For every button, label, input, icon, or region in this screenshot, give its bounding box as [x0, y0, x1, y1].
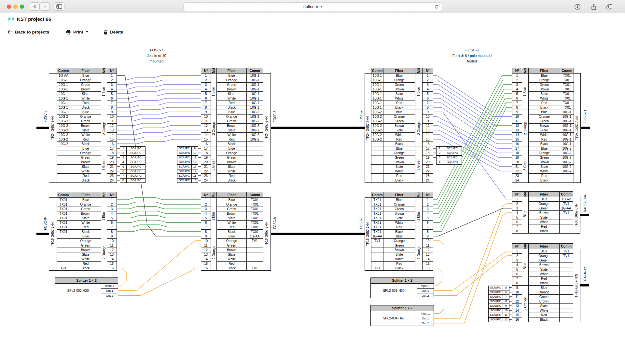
num-cell: 14: [107, 257, 117, 262]
back-to-projects-button[interactable]: Back to projects: [7, 28, 49, 36]
comm-cell: 10G-1: [371, 101, 383, 105]
num-cell: 14: [201, 132, 211, 137]
connector-box: SC/UPC: [488, 304, 503, 308]
num-cell: 1: [512, 249, 522, 254]
close-window-button[interactable]: [7, 5, 11, 9]
num-cell: 12: [201, 248, 211, 252]
comm-cell: [246, 142, 263, 146]
comm-cell: [246, 151, 263, 155]
closure-label: FOSC-04: [44, 216, 47, 230]
fiber-cell: Green: [70, 207, 101, 211]
zoom-window-button[interactable]: [20, 5, 24, 9]
num-cell: 22: [422, 169, 433, 174]
fiber-cell: Green: [383, 243, 415, 248]
url-field[interactable]: splice.me: [183, 2, 442, 11]
connector-box: SC/UPC: [126, 146, 146, 151]
num-cell: 19: [422, 155, 433, 160]
module-cell: 1 Blue: [415, 197, 423, 234]
comm-cell: TX01: [57, 229, 70, 234]
connector-number: 8: [120, 178, 127, 183]
fiber-cell: White: [216, 257, 247, 262]
connector-number: 1: [120, 146, 127, 151]
comm-cell: 1G-AA: [57, 73, 70, 78]
num-cell: 19: [201, 155, 211, 160]
column-header-comm: Comm: [559, 243, 573, 249]
comm-cell: 10G-2: [246, 110, 263, 115]
fiber-cell: Green: [216, 82, 247, 87]
num-cell: 4: [512, 210, 522, 215]
fiber-cell: Brown: [528, 160, 560, 165]
comm-cell: 10G-2: [57, 114, 70, 119]
comm-cell: 10G-1: [371, 105, 383, 110]
back-icon: [33, 4, 36, 9]
comm-cell: [57, 252, 70, 257]
downloads-button[interactable]: [574, 3, 581, 11]
num-cell: 5: [512, 267, 522, 272]
comm-cell: [559, 290, 573, 295]
comm-cell: TX01: [57, 211, 70, 216]
fiber-cell: Green: [528, 155, 560, 160]
num-cell: 10: [201, 238, 211, 243]
connector-box: SC/UPC: [443, 151, 462, 155]
comm-cell: 10G-2: [371, 132, 383, 137]
comm-cell: 10G-1: [560, 137, 574, 142]
num-cell: 1: [422, 73, 433, 78]
fiber-cell: Red: [383, 225, 415, 230]
comm-cell: 10G-1: [57, 82, 70, 87]
num-cell: 16: [201, 142, 211, 146]
fiber-cell: Slate: [216, 252, 247, 257]
column-header-num: Nº: [512, 68, 522, 74]
column-header-md: Md: [415, 192, 423, 198]
comm-cell: [371, 164, 383, 169]
comm-cell: 10G-1: [246, 73, 263, 78]
comm-cell: [559, 272, 573, 276]
connector-box: SC/UPC: [177, 165, 192, 169]
num-cell: 4: [107, 87, 117, 92]
back-button[interactable]: [30, 2, 40, 11]
fiber-cell: Green: [216, 207, 247, 211]
connector-number: 7: [120, 174, 127, 178]
fiber-cell: Slate: [383, 91, 415, 96]
fiber-cell: Red: [528, 224, 560, 229]
num-cell: 4: [512, 263, 522, 267]
fiber-cell: Red: [70, 225, 101, 230]
fiber-splice-line-orange: [118, 241, 201, 291]
num-cell: 13: [201, 128, 211, 133]
delete-button[interactable]: Delete: [104, 28, 123, 36]
num-cell: 5: [107, 216, 117, 221]
share-button[interactable]: [590, 3, 598, 11]
comm-cell: TX01: [246, 229, 263, 234]
comm-cell: 10G-2: [246, 128, 263, 133]
module-cell: 1 Blue: [101, 73, 107, 110]
fiber-cell: Slate: [216, 128, 247, 133]
tab-overview-button[interactable]: [605, 3, 613, 11]
comm-cell: [246, 155, 263, 160]
comm-cell: [371, 142, 383, 146]
connector-number: 3: [120, 155, 127, 160]
num-cell: 8: [512, 229, 522, 234]
fiber-cell: Brown: [383, 87, 415, 92]
comm-cell: 10G-2: [246, 132, 263, 137]
fiber-cell: Slate: [216, 91, 247, 96]
cable-label: TF16-G657-7kN: [573, 249, 580, 322]
print-button[interactable]: Print: [66, 28, 89, 36]
reload-icon[interactable]: [434, 4, 439, 10]
fiber-splice-line-blue: [117, 121, 201, 126]
num-cell: 3: [107, 207, 117, 211]
column-header-comm: Comm: [246, 68, 263, 74]
fiber-cell: Blue: [216, 73, 247, 78]
connector-box: SC/UPC: [488, 286, 503, 290]
fiber-cell: Blue: [383, 197, 415, 202]
cable-label: TF24-G657-9kN: [574, 73, 581, 183]
connector-number: 14: [191, 169, 198, 174]
minimize-window-button[interactable]: [13, 5, 18, 9]
forward-button[interactable]: [40, 2, 50, 11]
splice-logo-icon: [8, 16, 15, 23]
splitter-port: Input 1: [417, 311, 434, 316]
fiber-cell: Brown: [383, 160, 415, 165]
fiber-cell: Green: [70, 155, 101, 160]
back-to-projects-label: Back to projects: [15, 30, 49, 34]
sidebar-toggle-button[interactable]: [54, 2, 64, 11]
comm-cell: [246, 257, 263, 262]
comm-cell: [559, 285, 573, 290]
